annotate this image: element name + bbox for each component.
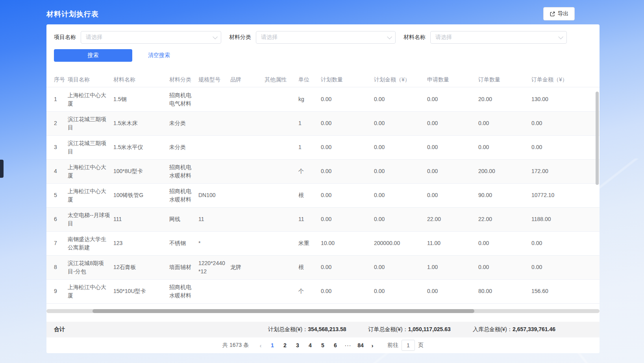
table-cell: 0.00 — [478, 231, 531, 255]
total-count: 共 1673 条 — [222, 342, 249, 349]
material-category-select[interactable]: 请选择 — [256, 31, 396, 44]
goto-page-input[interactable] — [402, 340, 415, 351]
table-cell: 0.00 — [374, 111, 427, 135]
table-row[interactable]: 6太空电梯--月球项目111网线11110.000.0022.0022.0011… — [46, 207, 600, 231]
chevron-down-icon — [387, 34, 392, 39]
material-name-select[interactable]: 请选择 — [430, 31, 567, 44]
table-cell: 0.00 — [321, 255, 374, 279]
table-cell: 0.00 — [374, 87, 427, 111]
table-cell — [265, 159, 298, 183]
table-cell: 0.00 — [478, 255, 531, 279]
page-number[interactable]: 1 — [266, 342, 279, 348]
summary-row: 合计 计划总金额(¥)：354,568,213.58订单总金额(¥)：1,050… — [46, 322, 600, 337]
table-row[interactable]: 3滨江花城三期项目1.5米水平仪未分类10.000.000.000.000.00 — [46, 135, 600, 159]
table-cell: 米重 — [298, 231, 321, 255]
pagination-bar: 共 1673 条 ‹ 123456···84 › 前往 页 — [46, 337, 600, 353]
page-number[interactable]: 2 — [279, 342, 291, 348]
table-cell: 上海松江中心大厦 — [68, 87, 113, 111]
table-cell: 200000.00 — [374, 231, 427, 255]
table-cell: 0.00 — [321, 279, 374, 303]
table-cell: 172.00 — [531, 159, 600, 183]
page-number[interactable]: 3 — [291, 342, 304, 348]
column-header: 品牌 — [230, 72, 265, 87]
table-body-viewport: 1上海松江中心大厦1.5钢招商机电电气材料kg0.000.000.0020.00… — [46, 87, 600, 305]
table-cell: 6 — [46, 207, 68, 231]
table-cell: 111 — [113, 207, 169, 231]
table-cell — [198, 279, 230, 303]
table-cell — [265, 207, 298, 231]
table-cell: 0.00 — [321, 183, 374, 207]
table-cell: 200.00 — [478, 159, 531, 183]
project-name-select[interactable]: 请选择 — [81, 31, 221, 44]
goto-page-group: 前往 页 — [387, 340, 424, 351]
summary-item: 订单总金额(¥)：1,050,117,025.63 — [368, 326, 451, 333]
table-row[interactable]: 5上海松江中心大厦100铸铁管G招商机电水暖材料DN100根0.000.000.… — [46, 183, 600, 207]
table-cell — [230, 231, 265, 255]
table-cell: 个 — [298, 159, 321, 183]
table-cell: 招商机电电气材料 — [169, 87, 198, 111]
table-cell: 11 — [198, 207, 230, 231]
export-button[interactable]: 导出 — [543, 7, 575, 20]
clear-search-link[interactable]: 清空搜索 — [148, 52, 170, 59]
table-cell: 3 — [46, 135, 68, 159]
vertical-scrollbar-thumb[interactable] — [596, 92, 599, 185]
table-cell: 太空电梯--月球项目 — [68, 207, 113, 231]
table-cell: 1188.00 — [531, 207, 600, 231]
table-cell: 5 — [46, 183, 68, 207]
table-cell: 0.00 — [427, 111, 478, 135]
table-cell — [265, 87, 298, 111]
table-cell: 10.00 — [321, 231, 374, 255]
table-cell: 130.00 — [531, 87, 600, 111]
page-number[interactable]: 6 — [329, 342, 342, 348]
column-header: 材料分类 — [169, 72, 198, 87]
table-row[interactable]: 2滨江花城三期项目1.5米木床未分类10.000.000.000.000.00 — [46, 111, 600, 135]
table-cell: 0.00 — [374, 255, 427, 279]
table-cell: 1.5钢 — [113, 87, 169, 111]
summary-items: 计划总金额(¥)：354,568,213.58订单总金额(¥)：1,050,11… — [268, 326, 555, 333]
table-cell: 1 — [298, 111, 321, 135]
table-cell — [198, 111, 230, 135]
table-row[interactable]: 8滨江花城8期项目-分包12石膏板墙面辅材1220*2440*12龙牌根0.00… — [46, 255, 600, 279]
material-category-label: 材料分类 — [229, 34, 251, 41]
goto-label: 前往 — [387, 342, 398, 349]
table-cell — [230, 183, 265, 207]
pagination-ellipsis[interactable]: ··· — [342, 342, 354, 348]
table-cell: 上海松江中心大厦 — [68, 183, 113, 207]
table-cell: 0.00 — [321, 159, 374, 183]
column-header: 规格型号 — [198, 72, 230, 87]
column-header: 计划金额（¥） — [374, 72, 427, 87]
column-header: 其他属性 — [265, 72, 298, 87]
chevron-down-icon — [558, 34, 563, 39]
prev-page-button[interactable]: ‹ — [255, 342, 266, 349]
table-cell: 0.00 — [321, 207, 374, 231]
table-cell: 100*8U型卡 — [113, 159, 169, 183]
table-cell: 0.00 — [427, 279, 478, 303]
chevron-down-icon — [213, 34, 218, 39]
column-header: 申请数量 — [427, 72, 478, 87]
drawer-collapse-handle[interactable] — [0, 160, 4, 178]
table-cell: kg — [298, 87, 321, 111]
table-row[interactable]: 9上海松江中心大厦150*10U型卡招商机电水暖材料个0.000.000.008… — [46, 279, 600, 303]
table-cell — [265, 111, 298, 135]
table-row[interactable]: 4上海松江中心大厦100*8U型卡招商机电水暖材料个0.000.000.0020… — [46, 159, 600, 183]
table-cell: 滨江花城三期项目 — [68, 111, 113, 135]
table-row[interactable]: 7南钢盛达大学生公寓新建123不锈钢*米重10.00200000.0011.00… — [46, 231, 600, 255]
table-cell: 9 — [46, 279, 68, 303]
table-body: 1上海松江中心大厦1.5钢招商机电电气材料kg0.000.000.0020.00… — [46, 87, 600, 303]
table-cell: 1220*2440*12 — [198, 255, 230, 279]
horizontal-scrollbar-thumb[interactable] — [93, 309, 474, 313]
material-name-label: 材料名称 — [403, 34, 426, 41]
search-button[interactable]: 搜索 — [54, 49, 132, 62]
horizontal-scroll-zone — [46, 305, 600, 322]
next-page-button[interactable]: › — [367, 342, 378, 349]
filter-section: 项目名称 请选择 材料分类 请选择 材料名称 请选择 — [46, 24, 600, 72]
page-number[interactable]: 4 — [304, 342, 316, 348]
table-cell: 根 — [298, 183, 321, 207]
page-number[interactable]: 84 — [354, 342, 367, 348]
table-cell: 2 — [46, 111, 68, 135]
table-cell: 0.00 — [374, 183, 427, 207]
page-number[interactable]: 5 — [316, 342, 329, 348]
table-row[interactable]: 1上海松江中心大厦1.5钢招商机电电气材料kg0.000.000.0020.00… — [46, 87, 600, 111]
table-cell: 龙牌 — [230, 255, 265, 279]
table-cell — [265, 231, 298, 255]
